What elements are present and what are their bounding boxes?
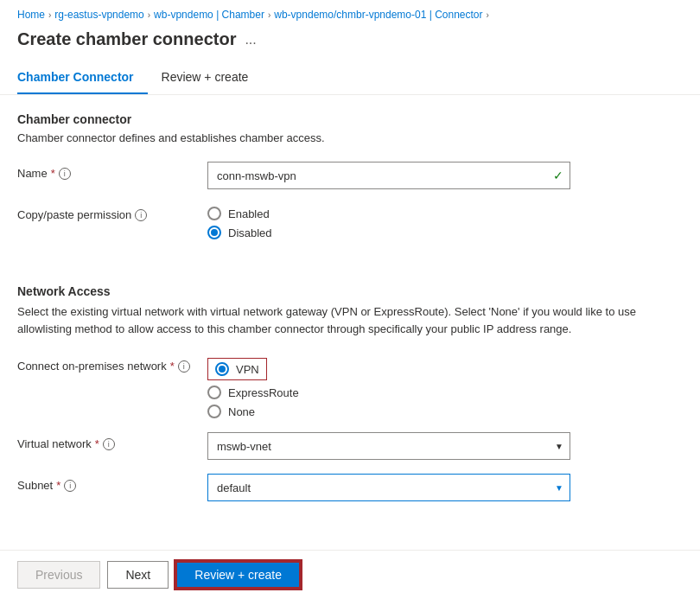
subnet-required: * [56,479,60,492]
breadcrumb-connector[interactable]: wb-vpndemo/chmbr-vpndemo-01 | Connector [274,9,482,21]
disabled-label: Disabled [228,226,272,239]
breadcrumb-home[interactable]: Home [17,9,45,21]
network-desc: Select the existing virtual network with… [17,303,683,337]
virtual-network-control: mswb-vnet ▼ [207,432,683,460]
radio-dot [219,366,226,373]
tab-chamber-connector[interactable]: Chamber Connector [17,63,148,94]
none-option[interactable]: None [207,405,683,418]
page-title: Create chamber connector [17,29,236,49]
copy-paste-label: Copy/paste permission i [17,203,207,221]
breadcrumb-wb[interactable]: wb-vpndemo | Chamber [154,9,264,21]
connect-label: Connect on-premises network * i [17,354,207,373]
name-row: Name * i ✓ [17,162,683,189]
enabled-label: Enabled [228,207,270,220]
check-icon: ✓ [553,169,563,182]
name-input-wrapper: ✓ [207,162,570,189]
name-required: * [51,167,55,180]
footer: Previous Next Review + create [0,550,700,599]
copy-paste-info-icon[interactable]: i [135,209,147,221]
copy-paste-radio-group: Enabled Disabled [207,203,683,239]
copy-paste-row: Copy/paste permission i Enabled Disabled [17,203,683,239]
section-desc: Chamber connector defines and establishe… [17,131,683,144]
vpn-option[interactable]: VPN [207,358,683,380]
subnet-row: Subnet * i default ▼ [17,474,683,501]
vnet-required: * [95,437,99,450]
connect-row: Connect on-premises network * i VPN [17,354,683,418]
virtual-network-label: Virtual network * i [17,432,207,450]
virtual-network-row: Virtual network * i mswb-vnet ▼ [17,432,683,460]
connect-required: * [170,360,175,373]
chevron-icon: › [48,10,51,20]
copy-paste-enabled[interactable]: Enabled [207,207,683,220]
copy-paste-disabled[interactable]: Disabled [207,226,683,239]
tab-bar: Chamber Connector Review + create [0,63,700,95]
vnet-dropdown-wrapper: mswb-vnet ▼ [207,432,570,460]
name-info-icon[interactable]: i [59,168,71,180]
review-create-button[interactable]: Review + create [175,561,301,589]
copy-paste-options: Enabled Disabled [207,203,683,239]
chevron-icon: › [268,10,270,20]
none-radio[interactable] [207,405,221,418]
subnet-label: Subnet * i [17,474,207,492]
subnet-dropdown[interactable]: default [207,474,570,501]
previous-button[interactable]: Previous [17,561,100,589]
chevron-icon: › [487,10,489,20]
subnet-dropdown-wrapper: default ▼ [207,474,570,501]
network-access-section: Network Access Select the existing virtu… [17,284,683,501]
vnet-dropdown[interactable]: mswb-vnet [207,432,570,460]
name-field-wrapper: ✓ [207,162,683,189]
name-label: Name * i [17,162,207,180]
next-button[interactable]: Next [107,561,169,589]
ellipsis-menu[interactable]: ... [245,32,256,48]
breadcrumb: Home › rg-eastus-vpndemo › wb-vpndemo | … [0,0,700,26]
connect-radio-group: VPN ExpressRoute None [207,354,683,418]
subnet-control: default ▼ [207,474,683,501]
enabled-radio[interactable] [207,207,221,220]
connect-options: VPN ExpressRoute None [207,354,683,418]
disabled-radio[interactable] [207,226,221,239]
vpn-radio[interactable] [215,362,229,376]
chevron-icon: › [148,10,150,20]
radio-dot [211,229,218,236]
expressroute-radio[interactable] [207,386,221,399]
vpn-highlight-border: VPN [207,358,267,380]
vnet-info-icon[interactable]: i [103,438,115,450]
network-section-title: Network Access [17,284,683,298]
breadcrumb-rg[interactable]: rg-eastus-vpndemo [54,9,143,21]
none-label: None [228,405,255,418]
tab-review-create[interactable]: Review + create [162,63,263,94]
expressroute-label: ExpressRoute [228,386,299,399]
page-header: Create chamber connector ... [0,26,700,63]
expressroute-option[interactable]: ExpressRoute [207,386,683,399]
connect-info-icon[interactable]: i [178,360,190,373]
subnet-info-icon[interactable]: i [64,480,76,492]
name-input[interactable] [207,162,570,189]
vpn-label: VPN [236,363,259,376]
section-title: Chamber connector [17,112,683,126]
main-content: Chamber connector Chamber connector defi… [0,112,700,584]
